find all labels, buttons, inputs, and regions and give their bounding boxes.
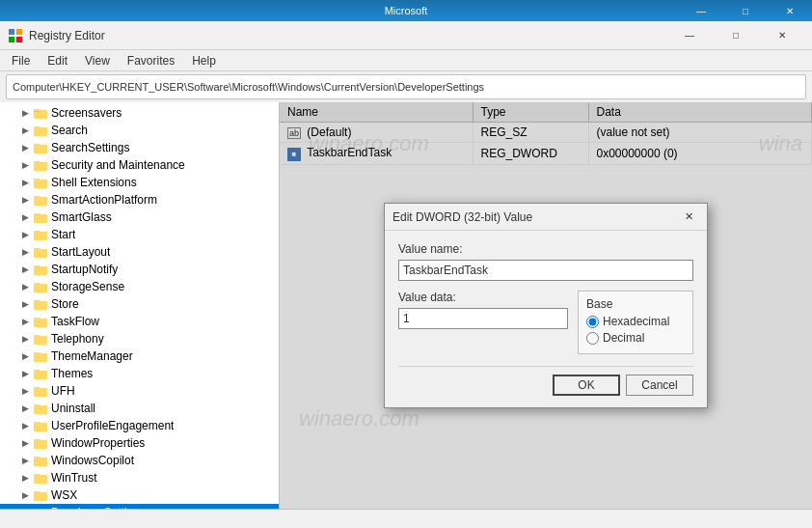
tree-item-search[interactable]: ▶ Search xyxy=(0,122,279,139)
expand-userprofile[interactable]: ▶ xyxy=(19,420,31,431)
expand-developersettings[interactable]: ▼ xyxy=(19,507,31,509)
expand-shellext[interactable]: ▶ xyxy=(19,177,31,188)
folder-icon-shellext xyxy=(33,175,48,190)
radio-decimal[interactable]: Decimal xyxy=(586,331,685,345)
tree-item-themes[interactable]: ▶ Themes xyxy=(0,365,279,382)
tree-label-windowscopilot: WindowsCopilot xyxy=(51,454,134,467)
tree-item-userprofile[interactable]: ▶ UserProfileEngagement xyxy=(0,417,279,434)
expand-searchsettings[interactable]: ▶ xyxy=(19,142,31,153)
menu-favorites[interactable]: Favorites xyxy=(120,52,182,69)
value-data-input[interactable] xyxy=(398,308,568,329)
expand-wsx[interactable]: ▶ xyxy=(19,489,31,501)
tree-item-startlayout[interactable]: ▶ StartLayout xyxy=(0,243,279,261)
expand-security[interactable]: ▶ xyxy=(19,159,31,171)
tree-item-smartglass[interactable]: ▶ SmartGlass xyxy=(0,208,279,226)
expand-start[interactable]: ▶ xyxy=(19,229,31,240)
tree-item-taskflow[interactable]: ▶ TaskFlow xyxy=(0,313,279,330)
expand-storagesense[interactable]: ▶ xyxy=(19,281,31,292)
taskbar-title: Microsoft xyxy=(385,5,428,16)
expand-thememanager[interactable]: ▶ xyxy=(19,350,31,362)
expand-windowscopilot[interactable]: ▶ xyxy=(19,455,31,466)
tree-label-searchsettings: SearchSettings xyxy=(51,141,129,154)
tree-item-shellext[interactable]: ▶ Shell Extensions xyxy=(0,174,279,191)
tree-item-windowscopilot[interactable]: ▶ WindowsCopilot xyxy=(0,452,279,469)
expand-themes[interactable]: ▶ xyxy=(19,368,31,379)
tree-item-store[interactable]: ▶ Store xyxy=(0,295,279,313)
tree-item-startupnotify[interactable]: ▶ StartupNotify xyxy=(0,261,279,278)
folder-icon-uninstall xyxy=(33,401,48,416)
svg-rect-44 xyxy=(34,439,41,441)
tree-label-shellext: Shell Extensions xyxy=(51,176,137,189)
menu-edit[interactable]: Edit xyxy=(40,52,75,69)
expand-startlayout[interactable]: ▶ xyxy=(19,246,31,258)
svg-rect-39 xyxy=(34,405,47,414)
value-name-label: Value name: xyxy=(398,242,693,256)
tree-item-searchsettings[interactable]: ▶ SearchSettings xyxy=(0,139,279,156)
svg-rect-15 xyxy=(34,197,47,206)
expand-startupnotify[interactable]: ▶ xyxy=(19,264,31,275)
expand-store[interactable]: ▶ xyxy=(19,298,31,310)
tree-item-storagesense[interactable]: ▶ StorageSense xyxy=(0,278,279,295)
tree-item-smartaction[interactable]: ▶ SmartActionPlatform xyxy=(0,191,279,208)
taskbar-close[interactable]: ✕ xyxy=(768,0,812,21)
svg-rect-42 xyxy=(34,422,41,424)
tree-item-uninstall[interactable]: ▶ Uninstall xyxy=(0,400,279,417)
taskbar-controls: — □ ✕ xyxy=(679,0,812,21)
window-minimize[interactable]: — xyxy=(667,22,712,49)
address-bar[interactable]: Computer\HKEY_CURRENT_USER\Software\Micr… xyxy=(6,74,806,99)
tree-item-windowprops[interactable]: ▶ WindowProperties xyxy=(0,434,279,452)
expand-wintrust[interactable]: ▶ xyxy=(19,472,31,484)
expand-smartglass[interactable]: ▶ xyxy=(19,211,31,223)
svg-rect-28 xyxy=(34,300,41,302)
svg-rect-13 xyxy=(34,180,47,188)
tree-item-wintrust[interactable]: ▶ WinTrust xyxy=(0,469,279,486)
folder-icon-store xyxy=(33,296,48,312)
tree-item-security[interactable]: ▶ Security and Maintenance xyxy=(0,156,279,174)
folder-icon-security xyxy=(33,157,48,173)
radio-hexadecimal[interactable]: Hexadecimal xyxy=(586,315,685,328)
tree-item-telephony[interactable]: ▶ Telephony xyxy=(0,330,279,347)
svg-rect-33 xyxy=(34,353,47,362)
window-close[interactable]: ✕ xyxy=(760,22,804,49)
expand-windowprops[interactable]: ▶ xyxy=(19,437,31,449)
expand-taskflow[interactable]: ▶ xyxy=(19,316,31,327)
tree-item-ufh[interactable]: ▶ UFH xyxy=(0,382,279,400)
window-maximize[interactable]: □ xyxy=(714,22,758,49)
radio-dec-label: Decimal xyxy=(603,331,644,345)
tree-label-taskflow: TaskFlow xyxy=(51,315,99,328)
dialog-cancel-button[interactable]: Cancel xyxy=(626,375,693,396)
dialog-close-button[interactable]: ✕ xyxy=(678,207,699,228)
tree-label-ufh: UFH xyxy=(51,384,75,398)
menu-file[interactable]: File xyxy=(4,52,38,69)
svg-rect-23 xyxy=(34,266,47,275)
expand-ufh[interactable]: ▶ xyxy=(19,385,31,397)
tree-item-developersettings[interactable]: ▼ DeveloperSettings xyxy=(0,504,279,509)
tree-item-start[interactable]: ▶ Start xyxy=(0,226,279,243)
expand-telephony[interactable]: ▶ xyxy=(19,333,31,345)
menu-help[interactable]: Help xyxy=(184,52,224,69)
folder-icon-ufh xyxy=(33,383,48,399)
folder-icon-telephony xyxy=(33,331,48,347)
svg-rect-11 xyxy=(34,162,47,171)
tree-item-screensavers[interactable]: ▶ Screensavers xyxy=(0,104,279,122)
radio-hex-input[interactable] xyxy=(586,316,599,328)
tree-item-wsx[interactable]: ▶ WSX xyxy=(0,486,279,504)
taskbar-minimize[interactable]: — xyxy=(679,0,723,21)
svg-rect-18 xyxy=(34,213,41,215)
svg-rect-48 xyxy=(34,474,41,476)
expand-uninstall[interactable]: ▶ xyxy=(19,403,31,414)
svg-rect-41 xyxy=(34,423,47,431)
expand-screensavers[interactable]: ▶ xyxy=(19,107,31,119)
tree-label-userprofile: UserProfileEngagement xyxy=(51,419,174,432)
app-icon xyxy=(8,28,23,43)
folder-icon-storagesense xyxy=(33,279,48,294)
value-name-input[interactable] xyxy=(398,260,693,281)
value-data-label: Value data: xyxy=(398,291,568,304)
radio-dec-input[interactable] xyxy=(586,332,599,345)
expand-search[interactable]: ▶ xyxy=(19,125,31,136)
menu-view[interactable]: View xyxy=(77,52,118,69)
dialog-ok-button[interactable]: OK xyxy=(553,375,620,396)
expand-smartaction[interactable]: ▶ xyxy=(19,194,31,206)
tree-item-thememanager[interactable]: ▶ ThemeManager xyxy=(0,347,279,365)
taskbar-maximize[interactable]: □ xyxy=(723,0,768,21)
